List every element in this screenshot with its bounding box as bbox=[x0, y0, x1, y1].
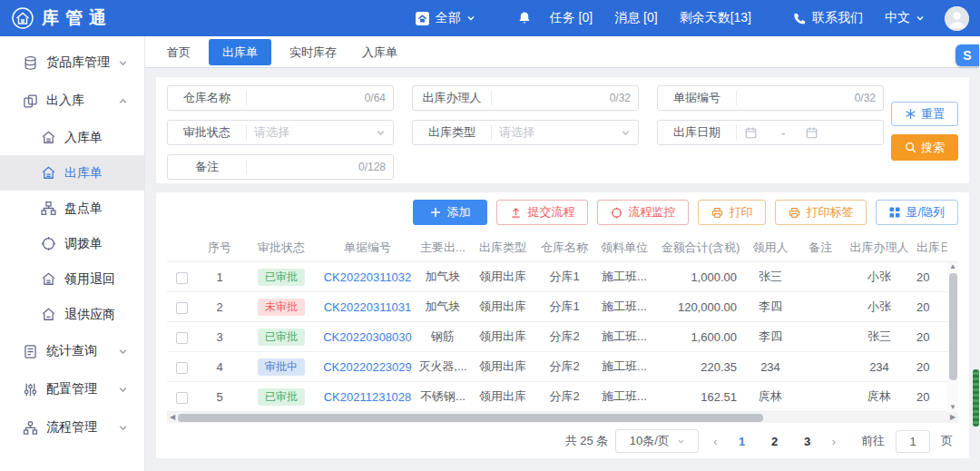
field-出库日期[interactable]: 出库日期- bbox=[657, 120, 884, 145]
cell-handler: 张三 bbox=[846, 329, 913, 345]
field-出库类型[interactable]: 出库类型请选择 bbox=[412, 120, 639, 145]
status-badge: 审批中 bbox=[258, 358, 305, 376]
page-number-3[interactable]: 3 bbox=[798, 435, 818, 448]
scroll-up-arrow[interactable]: ▲ bbox=[947, 262, 958, 271]
field-备注[interactable]: 备注0/128 bbox=[167, 154, 394, 180]
sidebar-item-outbound-order[interactable]: 出库单 bbox=[0, 155, 144, 191]
submit-flow-button[interactable]: 提交流程 bbox=[496, 200, 588, 225]
field-仓库名称[interactable]: 仓库名称0/64 bbox=[167, 85, 394, 111]
table-row[interactable]: 3已审批CK20220308030钢筋领用出库分库2施工班...1,600.00… bbox=[167, 322, 958, 352]
show-hide-columns-button[interactable]: 显/隐列 bbox=[876, 200, 958, 225]
tab-realtime-stock[interactable]: 实时库存 bbox=[277, 36, 349, 68]
report-icon bbox=[23, 344, 38, 359]
sidebar-item-label: 入库单 bbox=[64, 130, 103, 146]
cell-amount: 162.51 bbox=[655, 390, 746, 404]
prev-page-button[interactable]: ‹ bbox=[706, 435, 724, 448]
cell-handler: 小张 bbox=[846, 269, 913, 285]
doc-number-link[interactable]: CK20220311031 bbox=[324, 300, 412, 314]
reset-button[interactable]: 重置 bbox=[891, 102, 958, 126]
cell-out_type: 领用出库 bbox=[470, 269, 535, 285]
cell-status: 已审批 bbox=[243, 329, 319, 346]
sidebar-item-supplier-return[interactable]: 退供应商 bbox=[0, 297, 144, 332]
row-checkbox[interactable] bbox=[176, 332, 188, 344]
scroll-down-arrow[interactable]: ▼ bbox=[947, 403, 958, 412]
tab-outbound[interactable]: 出库单 bbox=[209, 39, 271, 65]
flow-icon bbox=[23, 420, 38, 436]
cell-recipient: 234 bbox=[746, 360, 795, 374]
table-vertical-scrollbar[interactable]: ▲ ▼ bbox=[947, 262, 958, 412]
row-checkbox[interactable] bbox=[176, 362, 188, 374]
status-badge: 已审批 bbox=[258, 329, 305, 346]
row-checkbox[interactable] bbox=[176, 392, 188, 404]
field-label: 单据编号 bbox=[658, 90, 736, 106]
sidebar-item-stocktake-order[interactable]: 盘点单 bbox=[0, 191, 144, 226]
main-content: 首页出库单实时库存入库单 S 仓库名称0/64出库办理人0/32单据编号0/32… bbox=[145, 36, 980, 471]
vertical-scroll-thumb[interactable] bbox=[949, 273, 957, 380]
status-badge: 未审批 bbox=[258, 299, 305, 316]
horizontal-scroll-thumb[interactable] bbox=[178, 414, 763, 422]
next-page-button[interactable]: › bbox=[825, 435, 843, 448]
sidebar-item-stats-query[interactable]: 统计查询 bbox=[0, 332, 144, 370]
notifications-bell[interactable] bbox=[517, 11, 532, 25]
sitemap-icon bbox=[41, 201, 56, 216]
field-出库办理人[interactable]: 出库办理人0/32 bbox=[412, 85, 639, 111]
field-单据编号[interactable]: 单据编号0/32 bbox=[657, 85, 884, 111]
floating-helper-badge[interactable]: S bbox=[956, 44, 979, 66]
page-number-2[interactable]: 2 bbox=[765, 435, 785, 448]
sidebar-item-label: 流程管理 bbox=[46, 419, 97, 436]
logo-house-icon bbox=[11, 6, 34, 30]
doc-number-link[interactable]: CK20220311032 bbox=[324, 270, 412, 284]
cell-out_type: 领用出库 bbox=[470, 299, 535, 315]
page-scrollbar-thumb[interactable] bbox=[973, 369, 979, 427]
table-row[interactable]: 4审批中CK20220223029灭火器,...领用出库分库2施工班...220… bbox=[167, 352, 958, 382]
sidebar-item-config-mgmt[interactable]: 配置管理 bbox=[0, 370, 144, 408]
search-icon bbox=[905, 142, 916, 153]
cell-main_item: 加气块 bbox=[416, 269, 470, 285]
user-avatar[interactable] bbox=[945, 6, 969, 31]
tasks-link[interactable]: 任务 [0] bbox=[550, 10, 593, 26]
cell-recipient: 张三 bbox=[746, 269, 795, 285]
doc-number-link[interactable]: CK20220308030 bbox=[323, 330, 412, 344]
sidebar-item-in-out[interactable]: 出入库 bbox=[0, 82, 144, 120]
row-checkbox[interactable] bbox=[176, 302, 188, 314]
field-审批状态[interactable]: 审批状态请选择 bbox=[167, 120, 394, 145]
scroll-left-arrow[interactable]: ◀ bbox=[167, 412, 178, 423]
sidebar-item-requisition-return[interactable]: 领用退回 bbox=[0, 261, 144, 297]
page-size-select[interactable]: 10条/页 bbox=[615, 429, 699, 453]
contact-us-link[interactable]: 联系我们 bbox=[793, 10, 863, 26]
calendar-icon[interactable] bbox=[805, 126, 818, 140]
doc-number-link[interactable]: CK20211231028 bbox=[324, 390, 412, 404]
table-row[interactable]: 5已审批CK20211231028不锈钢...领用出库分库2施工班...162.… bbox=[167, 382, 958, 412]
cell-recipient: 李四 bbox=[746, 299, 795, 315]
flow-monitor-button[interactable]: 流程监控 bbox=[597, 200, 689, 225]
table-row[interactable]: 1已审批CK20220311032加气块领用出库分库1施工班...1,000.0… bbox=[167, 262, 958, 292]
tab-inbound[interactable]: 入库单 bbox=[349, 36, 410, 68]
tab-home[interactable]: 首页 bbox=[154, 36, 203, 68]
sidebar-item-flow-mgmt[interactable]: 流程管理 bbox=[0, 408, 144, 446]
row-checkbox[interactable] bbox=[176, 272, 188, 284]
select-input[interactable]: 请选择 bbox=[492, 121, 638, 144]
scope-selector[interactable]: 全部 bbox=[415, 10, 475, 26]
doc-number-link[interactable]: CK20220223029 bbox=[323, 360, 412, 374]
field-label: 出库日期 bbox=[658, 124, 736, 141]
sidebar-item-transfer-order[interactable]: 调拨单 bbox=[0, 226, 144, 261]
chevron-down-icon bbox=[118, 347, 128, 357]
add-button[interactable]: 添加 bbox=[413, 200, 487, 225]
sidebar-item-goods-store[interactable]: 货品库管理 bbox=[0, 44, 144, 82]
messages-link[interactable]: 消息 [0] bbox=[614, 10, 657, 26]
cell-handler: 小张 bbox=[846, 299, 913, 315]
table-horizontal-scrollbar[interactable]: ◀ ▶ bbox=[167, 412, 958, 423]
table-row[interactable]: 2未审批CK20220311031加气块领用出库分库1施工班...120,000… bbox=[167, 292, 958, 322]
print-label-button[interactable]: 打印标签 bbox=[775, 200, 867, 225]
calendar-icon[interactable] bbox=[744, 126, 758, 140]
sidebar-item-inbound-order[interactable]: 入库单 bbox=[0, 120, 144, 155]
print-button[interactable]: 打印 bbox=[698, 200, 766, 225]
select-input[interactable]: 请选择 bbox=[247, 121, 393, 144]
search-button[interactable]: 搜索 bbox=[891, 134, 958, 161]
page-number-1[interactable]: 1 bbox=[732, 435, 752, 448]
goto-page-input[interactable] bbox=[896, 430, 930, 453]
cell-out_type: 领用出库 bbox=[470, 388, 535, 405]
language-selector[interactable]: 中文 bbox=[885, 10, 925, 26]
scroll-right-arrow[interactable]: ▶ bbox=[947, 412, 958, 423]
house-out-icon bbox=[41, 165, 56, 181]
